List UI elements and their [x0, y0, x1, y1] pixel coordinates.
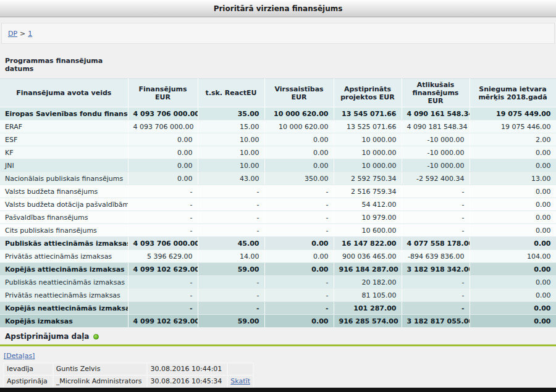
value-cell: 5 396 629.00: [128, 250, 198, 263]
details-link[interactable]: [Detaļas]: [4, 352, 35, 360]
info-icon[interactable]: [93, 334, 99, 340]
value-cell: 14.00: [198, 250, 264, 263]
value-cell: 0.00: [470, 198, 556, 211]
value-cell: 0.00: [264, 159, 334, 172]
table-row: ESF0.0010.000.0010 000.00-10 000.002.00: [0, 133, 556, 146]
row-label-cell: JNI: [0, 159, 128, 172]
value-cell: 4 093 706 000.00: [128, 237, 198, 250]
value-cell: 10.00: [198, 146, 264, 159]
value-cell: 0.00: [470, 185, 556, 198]
value-cell: 0.00: [470, 159, 556, 172]
value-cell: 4 099 102 629.00: [128, 315, 198, 328]
view-link[interactable]: Skatīt: [230, 377, 250, 385]
approval-label-cell: Ievadīja: [4, 363, 53, 375]
value-cell: 2 516 759.34: [334, 185, 402, 198]
value-cell: 54 412.00: [334, 198, 402, 211]
row-label-cell: Nacionālais publiskais finansējums: [0, 172, 128, 185]
table-row: Valsts budžeta finansējums---2 516 759.3…: [0, 185, 556, 198]
value-cell: 10 000.00: [334, 159, 402, 172]
approval-name-cell: _Microlink Administrators: [53, 375, 148, 388]
value-cell: 0.00: [470, 302, 556, 315]
value-cell: 0.00: [470, 224, 556, 237]
row-label-cell: Privātās attiecināmās izmaksas: [0, 250, 128, 263]
value-cell: 10 979.00: [334, 211, 402, 224]
value-cell: -: [198, 211, 264, 224]
value-cell: -: [128, 276, 198, 289]
value-cell: 916 184 287.00: [334, 263, 402, 276]
value-cell: 0.00: [264, 263, 334, 276]
approval-datetime-cell: 30.08.2016 10:44:01: [147, 363, 227, 375]
approval-heading: Apstiprinājuma daļa: [5, 332, 556, 341]
value-cell: 0.00: [470, 263, 556, 276]
table-row: ERAF4 093 706 000.0015.0010 000 620.0013…: [0, 120, 556, 133]
value-cell: 15.00: [198, 120, 264, 133]
approval-name-cell: Guntis Zelvis: [53, 363, 148, 375]
value-cell: -: [264, 185, 334, 198]
approval-datetime-cell: 30.08.2016 10:45:34: [147, 375, 227, 388]
value-cell: 350.00: [264, 172, 334, 185]
value-cell: 0.00: [264, 315, 334, 328]
value-cell: 43.00: [198, 172, 264, 185]
value-cell: 10 000 620.00: [264, 107, 334, 120]
value-cell: -10 000.00: [402, 159, 470, 172]
table-row: Privātās attiecināmās izmaksas5 396 629.…: [0, 250, 556, 263]
value-cell: 10 600.00: [334, 224, 402, 237]
value-cell: -: [128, 185, 198, 198]
value-cell: 13 545 071.66: [334, 107, 402, 120]
value-cell: 10 000.00: [334, 146, 402, 159]
value-cell: 19 075 446.00: [470, 120, 556, 133]
approval-heading-label: Apstiprinājuma daļa: [5, 332, 89, 341]
value-cell: 0.00: [264, 133, 334, 146]
value-cell: 13.00: [470, 172, 556, 185]
value-cell: -: [128, 224, 198, 237]
section-divider: [0, 344, 556, 346]
value-cell: -: [128, 302, 198, 315]
value-cell: 4 093 706 000.00: [128, 120, 198, 133]
table-row: KF0.0010.000.0010 000.00-10 000.000.00: [0, 146, 556, 159]
value-cell: -: [264, 198, 334, 211]
table-row: Eiropas Savienības fondu finansējums4 09…: [0, 107, 556, 120]
value-cell: -: [198, 198, 264, 211]
section-label: Programmas finansējuma datums: [5, 57, 113, 73]
row-label-cell: Cits publiskais finansējums: [0, 224, 128, 237]
value-cell: 10 000.00: [334, 133, 402, 146]
value-cell: -: [402, 185, 470, 198]
row-label-cell: Kopējās neattiecināmās izmaksas: [0, 302, 128, 315]
value-cell: -: [198, 224, 264, 237]
value-cell: 4 099 102 629.00: [128, 263, 198, 276]
row-label-cell: Publiskās attiecināmās izmaksas: [0, 237, 128, 250]
approval-action-cell: [227, 363, 253, 375]
breadcrumb-link-dp[interactable]: DP: [8, 30, 17, 38]
value-cell: -: [198, 185, 264, 198]
value-cell: 3 182 817 055.00: [402, 315, 470, 328]
finance-table: Finansējuma avota veidsFinansējums EURt.…: [0, 78, 556, 328]
value-cell: 4 090 161 548.34: [402, 107, 470, 120]
value-cell: -: [264, 289, 334, 302]
value-cell: -2 592 400.34: [402, 172, 470, 185]
table-row: Kopējās izmaksas4 099 102 629.0059.000.0…: [0, 315, 556, 328]
row-label-cell: Kopējās izmaksas: [0, 315, 128, 328]
value-cell: -: [264, 276, 334, 289]
value-cell: 4 093 706 000.00: [128, 107, 198, 120]
approval-table: IevadījaGuntis Zelvis30.08.2016 10:44:01…: [3, 362, 254, 388]
breadcrumb-separator: >: [20, 30, 25, 38]
value-cell: 0.00: [470, 315, 556, 328]
value-cell: 104.00: [470, 250, 556, 263]
value-cell: 0.00: [264, 250, 334, 263]
value-cell: 81 105.00: [334, 289, 402, 302]
value-cell: 10 000 620.00: [264, 120, 334, 133]
value-cell: 0.00: [128, 133, 198, 146]
value-cell: 900 036 465.00: [334, 250, 402, 263]
value-cell: 0.00: [128, 172, 198, 185]
row-label-cell: KF: [0, 146, 128, 159]
value-cell: 0.00: [128, 159, 198, 172]
breadcrumb-link-1[interactable]: 1: [28, 30, 32, 38]
value-cell: 20 182.00: [334, 276, 402, 289]
column-header: Atlikušais finansējums EUR: [402, 79, 470, 107]
table-row: Nacionālais publiskais finansējums0.0043…: [0, 172, 556, 185]
value-cell: -: [198, 276, 264, 289]
breadcrumb: DP > 1: [1, 23, 555, 44]
value-cell: 35.00: [198, 107, 264, 120]
value-cell: 0.00: [470, 211, 556, 224]
table-row: Privātās neattiecināmās izmaksas---81 10…: [0, 289, 556, 302]
